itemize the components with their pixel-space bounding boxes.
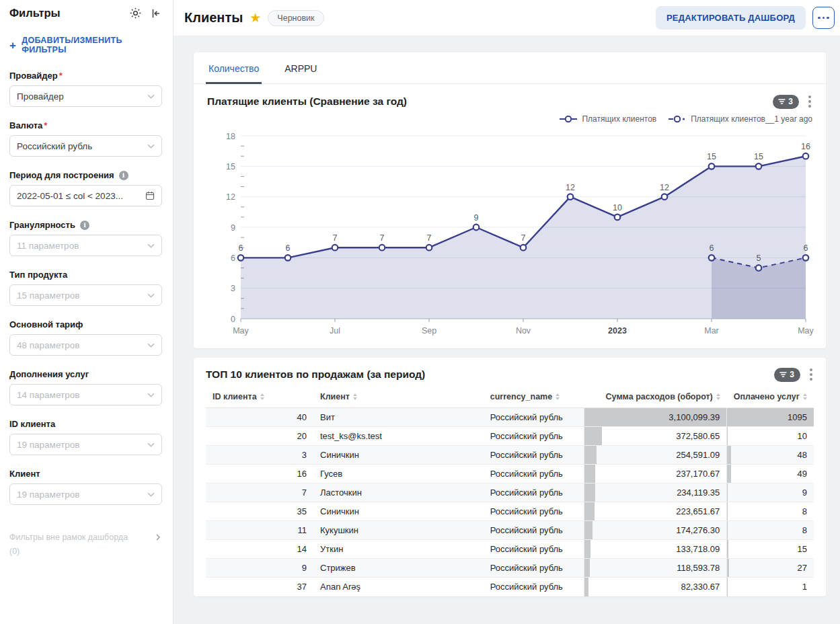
filter-select[interactable]: 48 параметров — [9, 334, 162, 356]
data-bar — [584, 578, 588, 596]
data-bar — [584, 465, 595, 483]
chart-legend: Платящих клиентовПлатящих клиентов__1 ye… — [207, 114, 812, 124]
info-icon[interactable]: i — [119, 171, 128, 180]
data-bar — [727, 559, 729, 577]
filters-outside-dashboard-link[interactable]: Фильтры вне рамок дашборда (0) — [9, 531, 162, 559]
favorite-star-icon[interactable]: ★ — [250, 11, 261, 24]
cell-currency: Российский рубль — [484, 446, 584, 465]
legend-item-1[interactable]: Платящих клиентов__1 year ago — [669, 114, 812, 124]
svg-text:7: 7 — [427, 233, 432, 243]
cell-turnover: 118,593.78 — [584, 559, 727, 578]
svg-text:6: 6 — [231, 254, 235, 263]
cell-turnover: 237,170.67 — [584, 465, 727, 483]
filter-select[interactable]: 2022-05-01 ≤ col < 2023... — [9, 185, 162, 206]
filter-group-5: Основной тариф48 параметров — [9, 319, 162, 356]
cell-currency: Российский рубль — [484, 540, 584, 559]
data-bar — [727, 427, 728, 445]
filter-select-value: Провайдер — [17, 91, 64, 102]
cell-currency: Российский рубль — [484, 465, 584, 483]
table-row: 9СтрижевРоссийский рубль118,593.7827 — [206, 559, 814, 578]
sort-icon — [353, 393, 357, 400]
svg-text:15: 15 — [754, 152, 763, 161]
cell-paid: 1 — [727, 578, 814, 596]
info-icon[interactable]: i — [80, 221, 89, 230]
filter-select[interactable]: Провайдер — [9, 85, 162, 107]
chart-filter-badge[interactable]: 3 — [773, 95, 799, 109]
filters-list: Провайдер*ПровайдерВалюта*Российский руб… — [9, 71, 162, 505]
filter-select[interactable]: 19 параметров — [9, 434, 162, 455]
svg-text:12: 12 — [566, 183, 575, 192]
data-bar — [727, 483, 728, 502]
svg-text:12: 12 — [226, 192, 235, 202]
svg-text:Sep: Sep — [422, 326, 436, 336]
column-header-client[interactable]: Клиент — [313, 387, 484, 408]
filter-select[interactable]: 11 параметров — [9, 235, 162, 256]
data-bar — [584, 446, 596, 464]
more-options-button[interactable] — [812, 7, 835, 29]
cell-currency: Российский рубль — [484, 408, 584, 427]
chevron-down-icon — [147, 492, 155, 497]
column-header-currency[interactable]: currency_name — [484, 387, 584, 408]
svg-text:May: May — [798, 326, 814, 336]
svg-text:16: 16 — [801, 142, 810, 151]
column-label: Клиент — [320, 392, 350, 401]
cell-paid: 8 — [727, 521, 814, 540]
sort-icon — [716, 393, 720, 400]
svg-text:10: 10 — [613, 203, 622, 212]
cell-client: Гусев — [313, 465, 484, 483]
cell-turnover: 133,718.09 — [584, 540, 727, 559]
filter-label: ID клиента — [9, 419, 162, 429]
cell-id: 37 — [206, 578, 313, 596]
table-title: ТОП 10 клиентов по продажам (за период) — [206, 368, 425, 381]
data-bar — [584, 559, 590, 577]
sort-icon — [260, 393, 264, 400]
data-bar — [584, 502, 595, 520]
filter-group-3: Гранулярностьi11 параметров — [9, 220, 162, 256]
chevron-down-icon — [147, 293, 155, 298]
cell-currency: Российский рубль — [484, 427, 584, 446]
add-edit-filters-button[interactable]: + ДОБАВИТЬ/ИЗМЕНИТЬ ФИЛЬТРЫ — [9, 36, 162, 54]
tab-количество[interactable]: Количество — [206, 52, 262, 84]
cell-id: 3 — [206, 446, 313, 465]
chart-kebab-menu[interactable] — [807, 94, 812, 109]
data-bar — [727, 465, 731, 483]
main-area: Клиенты ★ Черновик РЕДАКТИРОВАТЬ ДАШБОРД… — [174, 0, 840, 624]
chevron-down-icon — [147, 442, 155, 447]
column-header-paid[interactable]: Оплачено услуг — [727, 387, 814, 408]
filter-select[interactable]: 14 параметров — [9, 384, 162, 405]
column-header-id[interactable]: ID клиента — [206, 387, 313, 408]
svg-text:6: 6 — [804, 243, 808, 253]
table-filter-badge[interactable]: 3 — [774, 368, 800, 382]
cell-turnover: 372,580.65 — [584, 427, 727, 446]
filter-select[interactable]: 15 параметров — [9, 284, 162, 306]
filter-select[interactable]: Российский рубль — [9, 135, 162, 157]
filter-group-2: Период для построенияi2022-05-01 ≤ col <… — [9, 170, 162, 206]
filter-select-value: 2022-05-01 ≤ col < 2023... — [17, 191, 123, 201]
filter-select-value: Российский рубль — [17, 141, 92, 151]
legend-marker-solid — [560, 115, 578, 123]
table-kebab-menu[interactable] — [808, 367, 814, 382]
sort-icon — [803, 393, 807, 400]
data-bar — [584, 427, 601, 445]
filter-group-1: Валюта*Российский рубль — [9, 120, 162, 157]
cell-client: Синичкин — [313, 502, 484, 521]
collapse-sidebar-icon[interactable] — [150, 7, 162, 20]
sort-icon — [556, 393, 560, 400]
cell-currency: Российский рубль — [484, 578, 584, 596]
table-row: 3СиничкинРоссийский рубль254,591.0948 — [206, 446, 814, 465]
filters-outside-dashboard-label: Фильтры вне рамок дашборда (0) — [9, 531, 135, 559]
column-header-turnover[interactable]: Сумма расходов (оборот) — [584, 387, 727, 408]
svg-text:9: 9 — [474, 213, 479, 223]
svg-text:5: 5 — [757, 254, 761, 263]
legend-item-0[interactable]: Платящих клиентов — [560, 114, 656, 124]
cell-paid: 15 — [727, 540, 814, 559]
column-label: Оплачено услуг — [734, 392, 800, 401]
table-row: 40ВитРоссийский рубль3,100,099.391095 — [206, 408, 814, 427]
edit-dashboard-button[interactable]: РЕДАКТИРОВАТЬ ДАШБОРД — [656, 6, 806, 30]
table-row: 7ЛасточкинРоссийский рубль234,119.359 — [206, 483, 814, 502]
settings-gear-icon[interactable] — [129, 7, 142, 20]
cell-client: test_ks@ks.test — [313, 427, 484, 446]
filter-select[interactable]: 19 параметров — [9, 483, 162, 505]
cell-id: 20 — [206, 427, 313, 446]
tab-arppu[interactable]: ARPPU — [282, 52, 319, 84]
